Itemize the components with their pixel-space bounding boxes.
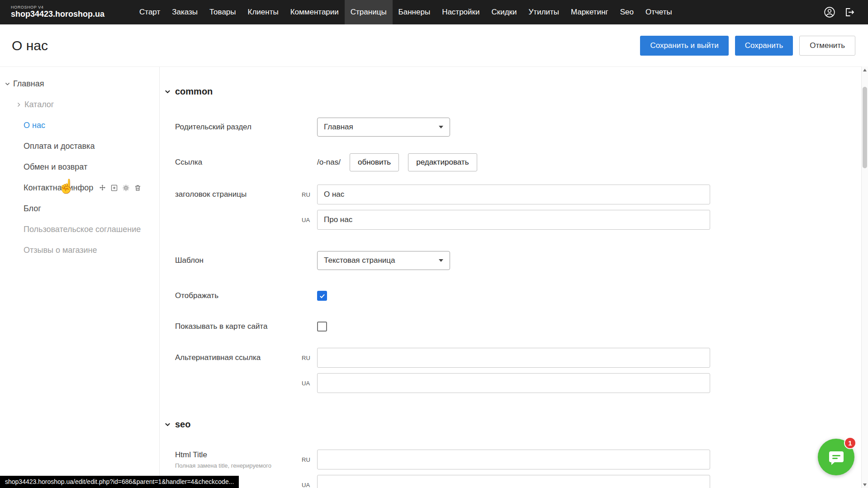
user-icon[interactable] [824,6,835,18]
page-url-value: /o-nas/ [317,158,341,167]
display-checkbox[interactable] [317,291,327,301]
menu-utilities[interactable]: Утилиты [523,0,565,24]
navbar-right [824,6,868,18]
menu-orders[interactable]: Заказы [166,0,204,24]
altlink-label: Альтернативная ссылка [175,353,302,362]
chat-bubble-icon [827,448,845,466]
tree-label: Пользовательское соглашение [24,225,141,234]
scroll-up-arrow[interactable] [862,66,868,73]
cancel-button[interactable]: Отменить [799,36,855,56]
title-bar: О нас Сохранить и выйти Сохранить Отмени… [0,24,868,66]
tree-label: Контактная инфор [24,183,93,193]
menu-clients[interactable]: Клиенты [242,0,285,24]
tree-label: Оплата и доставка [24,142,95,151]
tree-item-otzyvy[interactable]: Отзывы о магазине [0,240,159,261]
form-row-page-title-ru: заголовок страницы RU [175,185,854,204]
vertical-scrollbar[interactable] [861,66,868,488]
tree-item-kontaktnaya[interactable]: Контактная инфор [0,177,159,198]
logo-domain: shop34423.horoshop.ua [11,10,104,19]
page-title: О нас [12,38,48,53]
chevron-down-icon [439,259,443,262]
tree-item-glavnaya[interactable]: Главная [0,73,159,94]
select-value: Главная [324,123,353,132]
link-preview-statusbar: shop34423.horoshop.ua/edit/edit.php?id=6… [0,476,239,488]
form-row-link: Ссылка /o-nas/ обновить редактировать [175,153,854,171]
tree-item-oplata[interactable]: Оплата и доставка [0,136,159,156]
display-label: Отображать [175,291,302,300]
tree-label: Главная [13,79,44,89]
scroll-down-arrow[interactable] [862,481,868,488]
tree-label: Отзывы о магазине [24,246,97,255]
lang-ua-tag: UA [302,380,317,387]
menu-settings[interactable]: Настройки [436,0,485,24]
section-common[interactable]: common [164,85,854,98]
html-title-ru-input[interactable] [317,450,710,469]
move-icon[interactable] [99,184,106,192]
logout-icon[interactable] [844,6,855,18]
menu-seo[interactable]: Seo [614,0,640,24]
tree-item-obmen[interactable]: Обмен и возврат [0,156,159,177]
delete-trash-icon[interactable] [134,184,142,192]
chevron-down-icon [439,126,443,128]
tree-label: Блог [24,204,41,213]
menu-start[interactable]: Старт [133,0,166,24]
altlink-ru-input[interactable] [317,348,710,368]
form-row-htmltitle-ru: Html Title Полная замена title, генериру… [175,450,854,469]
chevron-down-icon [5,81,13,87]
altlink-ua-input[interactable] [317,373,710,393]
link-label: Ссылка [175,158,302,167]
parent-section-select[interactable]: Главная [317,118,450,137]
logo[interactable]: HOROSHOP V4 shop34423.horoshop.ua [0,5,104,19]
refresh-link-button[interactable]: обновить [350,153,399,171]
section-title: seo [175,419,190,430]
menu-discounts[interactable]: Скидки [485,0,522,24]
top-navbar: HOROSHOP V4 shop34423.horoshop.ua Старт … [0,0,868,24]
select-value: Текстовая страница [324,256,395,265]
form-row-sitemap: Показывать в карте сайта [175,322,854,332]
section-seo[interactable]: seo [164,418,854,431]
lang-ua-tag: UA [302,482,317,488]
menu-products[interactable]: Товары [204,0,242,24]
page-title-label: заголовок страницы [175,190,302,199]
menu-reports[interactable]: Отчеты [640,0,678,24]
menu-marketing[interactable]: Маркетинг [565,0,614,24]
chat-unread-badge: 1 [844,437,856,449]
tree-item-katalog[interactable]: Каталог [0,94,159,115]
page-title-ru-input[interactable] [317,185,710,204]
tree-item-actions [99,184,142,192]
save-button[interactable]: Сохранить [735,36,793,56]
save-and-exit-button[interactable]: Сохранить и выйти [640,36,728,56]
html-title-ua-input[interactable] [317,475,710,488]
tree-item-blog[interactable]: Блог [0,198,159,219]
add-page-icon[interactable] [110,184,118,192]
template-select[interactable]: Текстовая страница [317,251,450,270]
settings-gear-icon[interactable] [122,184,130,192]
page-title-ua-input[interactable] [317,210,710,230]
chevron-down-icon [164,88,175,95]
pages-tree-sidebar: Главная Каталог О нас Оплата и доставка … [0,67,160,488]
form-row-template: Шаблон Текстовая страница [175,251,854,270]
section-title: common [175,86,213,97]
lang-ru-tag: RU [302,456,317,463]
edit-link-button[interactable]: редактировать [408,153,477,171]
scrollbar-thumb[interactable] [863,87,867,168]
tree-item-o-nas[interactable]: О нас [0,115,159,136]
tree-label: О нас [24,121,45,130]
form-row-htmltitle-ua: UA [175,475,854,488]
form-row-display: Отображать [175,291,854,301]
form-row-parent: Родительский раздел Главная [175,118,854,137]
parent-section-label: Родительский раздел [175,123,302,132]
chevron-down-icon [164,421,175,428]
menu-pages[interactable]: Страницы [345,0,393,24]
template-label: Шаблон [175,256,302,265]
sitemap-label: Показывать в карте сайта [175,322,302,331]
sitemap-checkbox[interactable] [317,322,327,332]
menu-banners[interactable]: Баннеры [393,0,436,24]
tree-item-polzovatelskoe[interactable]: Пользовательское соглашение [0,219,159,240]
menu-comments[interactable]: Комментарии [285,0,345,24]
html-title-label: Html Title [175,450,302,460]
chat-widget-button[interactable]: 1 [818,439,854,475]
lang-ua-tag: UA [302,217,317,223]
form-row-altlink-ua: UA [175,373,854,393]
form-row-altlink-ru: Альтернативная ссылка RU [175,348,854,368]
